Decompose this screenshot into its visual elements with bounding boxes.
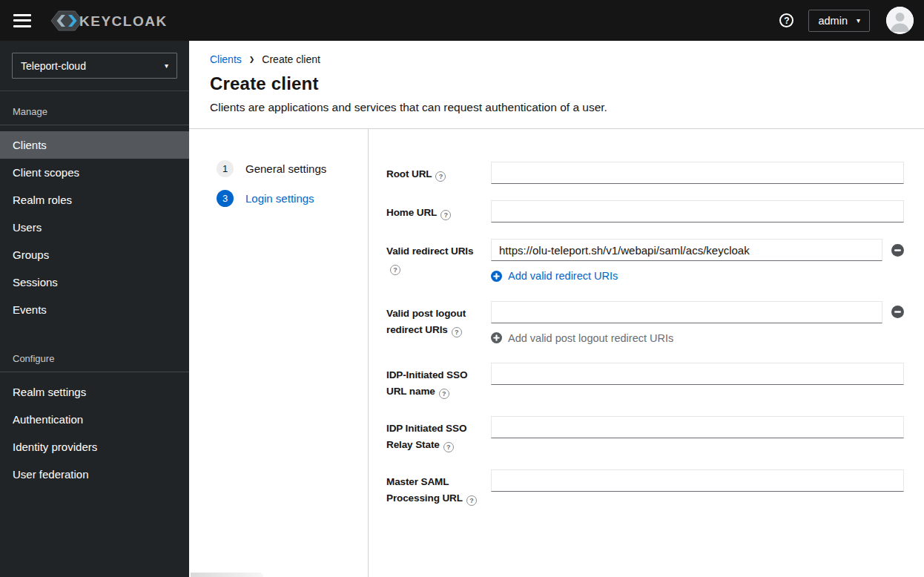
remove-post-logout-uri-button[interactable] (891, 306, 904, 318)
add-link-label: Add valid post logout redirect URIs (508, 332, 673, 344)
step-number-badge: 1 (217, 160, 234, 177)
keycloak-logo: KEYCLOAK (49, 9, 166, 33)
main-content: Clients ❯ Create client Create client Cl… (189, 41, 924, 577)
help-icon[interactable]: ? (452, 327, 462, 337)
help-icon[interactable]: ? (440, 210, 451, 220)
nav-section-title: Manage (0, 96, 189, 125)
sidebar-item-sessions[interactable]: Sessions (0, 268, 189, 296)
avatar[interactable] (886, 7, 914, 34)
masthead: KEYCLOAK ? admin ▾ (0, 0, 924, 41)
field-home-url: Home URL? (386, 200, 904, 222)
user-menu-dropdown[interactable]: admin ▾ (808, 10, 870, 32)
sidebar-item-events[interactable]: Events (0, 296, 189, 323)
wizard-steps-nav: 1 General settings 3 Login settings (189, 129, 369, 577)
add-link-label: Add valid redirect URIs (508, 270, 618, 282)
home-url-input[interactable] (491, 200, 904, 222)
field-root-url: Root URL? (386, 162, 904, 184)
sidebar-item-identity-providers[interactable]: Identity providers (0, 433, 189, 461)
idp-initiated-sso-url-name-input[interactable] (491, 363, 904, 385)
wizard-step-login-settings[interactable]: 3 Login settings (217, 190, 368, 207)
master-saml-processing-url-input[interactable] (491, 469, 904, 492)
field-label: Valid post logout redirect URIs? (386, 301, 491, 347)
sidebar-item-groups[interactable]: Groups (0, 241, 189, 268)
wizard-step-general-settings[interactable]: 1 General settings (217, 160, 368, 177)
field-valid-post-logout-redirect-uris: Valid post logout redirect URIs? (386, 301, 904, 347)
help-icon[interactable]: ? (779, 13, 793, 27)
breadcrumb-link-clients[interactable]: Clients (210, 52, 242, 67)
step-label: Login settings (245, 192, 314, 205)
field-label: Valid redirect URIs? (386, 239, 491, 285)
svg-text:KEYCLOAK: KEYCLOAK (79, 13, 166, 29)
page-title: Create client (210, 73, 903, 94)
help-icon[interactable]: ? (443, 442, 454, 452)
realm-selector-block: Teleport-cloud ▾ (0, 41, 189, 91)
sidebar: Teleport-cloud ▾ Manage Clients Client s… (0, 41, 189, 577)
field-idp-initiated-sso-relay-state: IDP Initiated SSO Relay State? (386, 416, 904, 453)
nav-toggle-hamburger-icon[interactable] (13, 14, 31, 27)
wizard: 1 General settings 3 Login settings Root… (189, 129, 924, 577)
breadcrumb-current: Create client (262, 52, 320, 67)
realm-selector-value: Teleport-cloud (21, 60, 86, 72)
idp-initiated-sso-relay-state-input[interactable] (491, 416, 904, 438)
step-number-badge: 3 (217, 190, 234, 207)
chevron-down-icon: ▾ (857, 16, 860, 24)
field-label: IDP Initiated SSO Relay State? (386, 416, 491, 453)
field-label-text: IDP Initiated SSO Relay State (386, 423, 466, 450)
minus-circle-icon (891, 244, 904, 257)
page-description: Clients are applications and services th… (210, 101, 903, 114)
page-header: Clients ❯ Create client Create client Cl… (189, 41, 924, 129)
field-label-text: Valid redirect URIs (386, 245, 473, 257)
chevron-down-icon: ▾ (165, 62, 168, 70)
nav-section-manage: Manage Clients Client scopes Realm roles… (0, 96, 189, 323)
field-master-saml-processing-url: Master SAML Processing URL? (386, 469, 904, 507)
nav-section-title: Configure (0, 343, 189, 372)
sidebar-item-user-federation[interactable]: User federation (0, 461, 189, 488)
keycloak-logo-icon: KEYCLOAK (49, 9, 166, 33)
cutoff-footer-edge (191, 573, 263, 577)
chevron-right-icon: ❯ (249, 52, 255, 67)
realm-selector-dropdown[interactable]: Teleport-cloud ▾ (12, 53, 177, 79)
sidebar-item-users[interactable]: Users (0, 214, 189, 241)
field-label-text: Home URL (386, 207, 437, 218)
valid-redirect-uri-input[interactable] (491, 239, 882, 261)
field-label-text: Root URL (386, 168, 432, 179)
plus-circle-icon (491, 332, 502, 343)
field-label-text: Master SAML Processing URL (386, 476, 463, 504)
breadcrumb: Clients ❯ Create client (210, 51, 903, 67)
plus-circle-icon (491, 271, 502, 282)
add-valid-post-logout-redirect-uris-button[interactable]: Add valid post logout redirect URIs (491, 332, 673, 344)
sidebar-item-realm-roles[interactable]: Realm roles (0, 186, 189, 214)
add-valid-redirect-uris-button[interactable]: Add valid redirect URIs (491, 270, 618, 282)
user-menu-label: admin (818, 15, 848, 27)
sidebar-item-realm-settings[interactable]: Realm settings (0, 378, 189, 406)
help-icon[interactable]: ? (439, 389, 449, 399)
help-icon[interactable]: ? (466, 495, 477, 506)
valid-post-logout-redirect-uri-input[interactable] (491, 301, 882, 323)
sidebar-item-clients[interactable]: Clients (0, 131, 189, 159)
remove-redirect-uri-button[interactable] (891, 244, 904, 257)
help-icon[interactable]: ? (390, 265, 400, 275)
field-label-text: IDP-Initiated SSO URL name (386, 369, 467, 397)
field-label: Master SAML Processing URL? (386, 469, 491, 507)
person-icon (886, 7, 914, 34)
nav-section-configure: Configure Realm settings Authentication … (0, 343, 189, 488)
sidebar-item-authentication[interactable]: Authentication (0, 406, 189, 433)
sidebar-item-client-scopes[interactable]: Client scopes (0, 159, 189, 186)
field-label: IDP-Initiated SSO URL name? (386, 363, 491, 400)
step-label: General settings (245, 162, 326, 175)
root-url-input[interactable] (491, 162, 904, 184)
field-label: Root URL? (386, 162, 491, 184)
help-icon[interactable]: ? (435, 171, 446, 182)
field-idp-initiated-sso-url-name: IDP-Initiated SSO URL name? (386, 363, 904, 400)
field-valid-redirect-uris: Valid redirect URIs? (386, 239, 904, 285)
question-mark-glyph: ? (784, 16, 789, 26)
field-label: Home URL? (386, 200, 491, 222)
login-settings-form: Root URL? Home URL? Valid redirect URIs? (369, 129, 924, 577)
minus-circle-icon (891, 306, 904, 318)
